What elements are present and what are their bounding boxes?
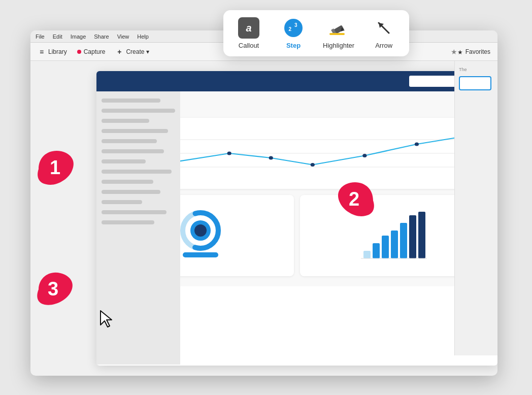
cursor-icon xyxy=(99,310,114,331)
highlighter-label: Highlighter xyxy=(323,42,354,49)
step-icon: 2 3 xyxy=(283,17,304,39)
step-label: Step xyxy=(286,42,301,49)
callout-tool[interactable]: a Callout xyxy=(234,17,264,49)
svg-point-16 xyxy=(269,156,273,159)
svg-point-19 xyxy=(415,142,419,146)
callout-label: Callout xyxy=(239,42,259,49)
sidebar-line xyxy=(102,119,149,123)
donut-chart-svg xyxy=(178,208,223,264)
library-label: Library xyxy=(48,48,67,55)
highlighter-icon xyxy=(328,17,349,39)
svg-text:2: 2 xyxy=(289,26,292,32)
favorites-button[interactable]: ★ Favorites xyxy=(451,48,490,56)
callout-icon: a xyxy=(238,17,259,39)
arrow-icon xyxy=(373,17,394,39)
sidebar-line xyxy=(102,200,142,204)
header-bar xyxy=(96,71,497,91)
menu-edit[interactable]: Edit xyxy=(53,34,62,40)
sidebar-line xyxy=(102,109,175,113)
svg-text:2: 2 xyxy=(349,188,359,210)
svg-point-24 xyxy=(194,224,207,237)
sidebar-line xyxy=(102,149,164,153)
sidebar-line xyxy=(102,170,172,174)
right-panel: The xyxy=(454,61,497,355)
arrow-label: Arrow xyxy=(375,42,392,49)
capture-button[interactable]: Capture xyxy=(77,48,106,55)
sidebar-line xyxy=(102,210,167,214)
menu-image[interactable]: Image xyxy=(71,34,86,40)
create-label: Create ▾ xyxy=(126,48,149,55)
svg-rect-27 xyxy=(373,243,380,258)
step-annotation-3: 3 xyxy=(28,264,84,317)
menu-view[interactable]: View xyxy=(117,34,129,40)
svg-text:3: 3 xyxy=(48,278,58,300)
sidebar-line xyxy=(102,159,146,163)
favorites-label: Favorites xyxy=(466,48,490,55)
svg-point-15 xyxy=(227,151,231,155)
step-annotation-1: 1 xyxy=(28,141,84,199)
step-circle: 2 3 xyxy=(284,19,303,37)
plus-icon xyxy=(115,48,123,56)
menu-help[interactable]: Help xyxy=(137,34,149,40)
arrow-tool[interactable]: Arrow xyxy=(369,17,399,49)
svg-rect-29 xyxy=(391,231,398,258)
sidebar-line xyxy=(102,139,157,143)
svg-rect-30 xyxy=(400,223,407,258)
library-button[interactable]: Library xyxy=(38,48,67,56)
svg-rect-31 xyxy=(409,215,416,258)
step-annotation-2: 2 xyxy=(322,173,383,231)
capture-label: Capture xyxy=(84,48,106,55)
sidebar-line xyxy=(102,98,160,103)
svg-rect-26 xyxy=(363,251,371,258)
svg-text:1: 1 xyxy=(50,157,60,178)
sidebar-line xyxy=(102,220,154,224)
sidebar-line xyxy=(102,180,153,184)
popup-toolbar: a Callout 2 3 Step xyxy=(223,10,409,56)
capture-dot xyxy=(77,50,81,54)
svg-rect-25 xyxy=(183,252,218,257)
sidebar-line xyxy=(102,190,160,194)
svg-point-17 xyxy=(311,163,315,167)
star-icon: ★ xyxy=(451,48,463,56)
right-panel-input[interactable] xyxy=(459,76,491,90)
svg-marker-37 xyxy=(101,311,112,327)
sidebar-line xyxy=(102,129,168,133)
hamburger-icon xyxy=(38,48,46,56)
step-tool[interactable]: 2 3 Step xyxy=(278,17,309,49)
svg-rect-28 xyxy=(382,236,389,258)
menu-file[interactable]: File xyxy=(36,34,45,40)
create-button[interactable]: Create ▾ xyxy=(115,48,149,56)
menu-share[interactable]: Share xyxy=(94,34,109,40)
right-panel-text: The xyxy=(459,67,493,72)
highlighter-tool[interactable]: Highlighter xyxy=(323,17,354,49)
svg-text:3: 3 xyxy=(294,22,297,28)
svg-rect-32 xyxy=(418,212,425,258)
svg-point-18 xyxy=(362,154,367,157)
